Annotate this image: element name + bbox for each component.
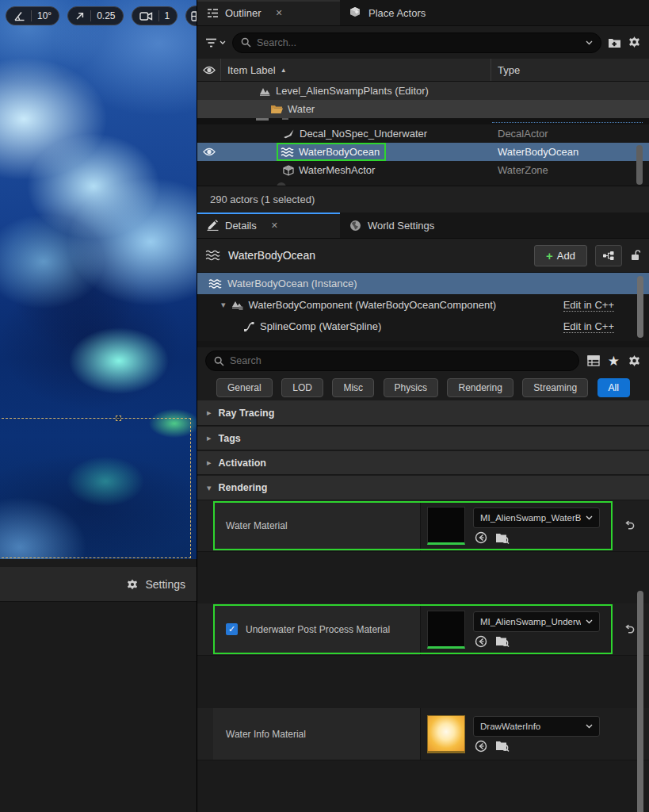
divider [158, 10, 159, 21]
chevron-down-icon[interactable] [586, 40, 593, 45]
tab-world-settings[interactable]: World Settings [340, 213, 444, 238]
browse-to-asset-icon[interactable] [495, 635, 510, 647]
section-ray-tracing[interactable]: ▸ Ray Tracing [197, 400, 649, 426]
edit-in-cpp-link[interactable]: Edit in C++ [563, 320, 614, 333]
display-options-icon[interactable] [587, 355, 600, 366]
outliner-scrollbar[interactable] [636, 145, 643, 185]
details-search-input[interactable] [230, 355, 571, 366]
visibility-eye-icon[interactable] [197, 147, 221, 156]
details-search[interactable] [205, 350, 579, 371]
filter-chip-physics[interactable]: Physics [384, 378, 438, 397]
outliner-row-water-folder[interactable]: Water [197, 100, 649, 118]
visibility-column-header[interactable] [197, 59, 221, 81]
browse-to-asset-icon[interactable] [495, 532, 510, 544]
outliner-row-watermeshactor[interactable]: WaterMeshActor WaterZone [197, 161, 649, 179]
tab-outliner[interactable]: Outliner ✕ [197, 0, 340, 25]
details-toolbar: ★ [197, 347, 649, 374]
favorites-star-icon[interactable]: ★ [608, 354, 620, 368]
components-scrollbar[interactable] [637, 276, 643, 338]
filter-icon[interactable] [205, 38, 226, 48]
gear-icon[interactable] [628, 36, 641, 49]
plus-icon: + [546, 249, 553, 262]
component-row-instance[interactable]: WaterBodyOcean (Instance) [197, 273, 649, 294]
asset-dropdown[interactable]: DrawWaterInfo [473, 716, 600, 737]
type-text: Type [498, 64, 520, 76]
camera-speed-control[interactable]: 1 [132, 6, 178, 25]
prop-row-water-info-material: Water Info Material DrawWaterInfo [197, 708, 649, 760]
tab-outliner-label: Outliner [225, 7, 262, 19]
use-selected-asset-icon[interactable] [475, 531, 487, 544]
unreal-editor-window: 10° 0.25 [0, 0, 649, 812]
filter-chip-general[interactable]: General [216, 378, 273, 397]
selection-handle[interactable] [116, 416, 121, 421]
spline-icon [243, 321, 254, 332]
section-tags[interactable]: ▸ Tags [197, 427, 649, 450]
rotation-snap-control[interactable]: 10° [6, 6, 59, 25]
asset-dropdown[interactable]: MI_AlienSwamp_WaterBc [473, 508, 600, 528]
blueprint-node-button[interactable] [595, 245, 622, 266]
item-label-column-header[interactable]: Item Label ▲ [221, 59, 491, 81]
row-type: DecalActor [498, 128, 548, 140]
outliner-row-decal[interactable]: Decal_NoSpec_Underwater DecalActor [197, 124, 649, 143]
component-row-waterbody[interactable]: ▾ WaterBodyComponent (WaterBodyOceanComp… [197, 294, 649, 316]
viewport-layout-button[interactable] [185, 6, 197, 26]
use-selected-asset-icon[interactable] [475, 740, 487, 753]
lock-open-icon[interactable] [630, 249, 641, 262]
item-label-text: Item Label [227, 64, 276, 76]
outliner-search-input[interactable] [257, 37, 580, 48]
use-selected-asset-icon[interactable] [475, 635, 487, 648]
new-folder-icon[interactable] [608, 36, 621, 48]
section-activation[interactable]: ▸ Activation [197, 451, 649, 475]
details-scrollbar[interactable] [637, 591, 643, 812]
left-column: 10° 0.25 [0, 0, 197, 812]
asset-name: MI_AlienSwamp_WaterBc [480, 513, 581, 523]
level-viewport[interactable]: 10° 0.25 [0, 0, 197, 559]
grid-layout-icon [191, 11, 197, 21]
expand-arrow-icon[interactable]: ▾ [221, 300, 226, 310]
component-tree: WaterBodyOcean (Instance) ▾ WaterBodyCom… [197, 273, 649, 341]
angle-snap-icon [13, 11, 25, 21]
outliner-row-level[interactable]: Level_AlienSwampPlants (Editor) [197, 82, 649, 100]
tab-place-actors[interactable]: Place Actors [340, 0, 435, 25]
material-thumbnail[interactable] [427, 715, 465, 753]
reset-to-default-icon[interactable] [624, 624, 635, 634]
type-column-header[interactable]: Type [491, 64, 649, 76]
filter-chip-all[interactable]: All [597, 378, 630, 397]
edit-in-cpp-link[interactable]: Edit in C++ [563, 299, 614, 312]
close-icon[interactable]: ✕ [271, 220, 278, 231]
close-icon[interactable]: ✕ [276, 8, 283, 18]
component-row-spline[interactable]: SplineComp (WaterSpline) Edit in C++ [197, 316, 649, 337]
material-thumbnail[interactable] [427, 507, 465, 545]
gear-icon [126, 578, 139, 591]
reset-to-default-icon[interactable] [624, 521, 635, 531]
material-thumbnail[interactable] [427, 611, 465, 649]
camera-speed-value: 1 [165, 10, 170, 21]
component-label: SplineComp (WaterSpline) [260, 320, 381, 332]
row-type: WaterBodyOcean [498, 146, 578, 158]
filter-chip-lod[interactable]: LOD [281, 378, 323, 397]
tab-details-label: Details [225, 220, 257, 232]
gear-icon[interactable] [628, 354, 641, 368]
outliner-row-waterbodyocean[interactable]: WaterBodyOcean WaterBodyOcean [197, 143, 649, 161]
tab-place-actors-label: Place Actors [368, 7, 426, 19]
checkbox-checked[interactable]: ✓ [226, 623, 238, 635]
prop-label-text: Underwater Post Process Material [246, 624, 390, 635]
rotation-snap-value: 10° [37, 10, 52, 21]
outliner-icon [207, 8, 219, 18]
add-component-button[interactable]: + Add [534, 245, 587, 266]
settings-bar[interactable]: Settings [0, 567, 197, 602]
row-label: WaterMeshActor [299, 164, 375, 176]
row-label: WaterBodyOcean [299, 146, 380, 158]
tab-details[interactable]: Details ✕ [197, 213, 340, 238]
scale-snap-control[interactable]: 0.25 [67, 6, 123, 25]
filter-chip-misc[interactable]: Misc [332, 378, 374, 397]
filter-chip-rendering[interactable]: Rendering [447, 378, 513, 397]
browse-to-asset-icon[interactable] [495, 740, 510, 752]
outliner-tabbar: Outliner ✕ Place Actors [197, 0, 649, 26]
row-label: Level_AlienSwampPlants (Editor) [276, 85, 429, 97]
outliner-search[interactable] [232, 33, 601, 53]
section-rendering[interactable]: ▾ Rendering [197, 476, 649, 500]
filter-chip-streaming[interactable]: Streaming [522, 378, 588, 397]
mesh-cube-icon [283, 165, 294, 176]
asset-dropdown[interactable]: MI_AlienSwamp_Underwa [473, 611, 600, 632]
